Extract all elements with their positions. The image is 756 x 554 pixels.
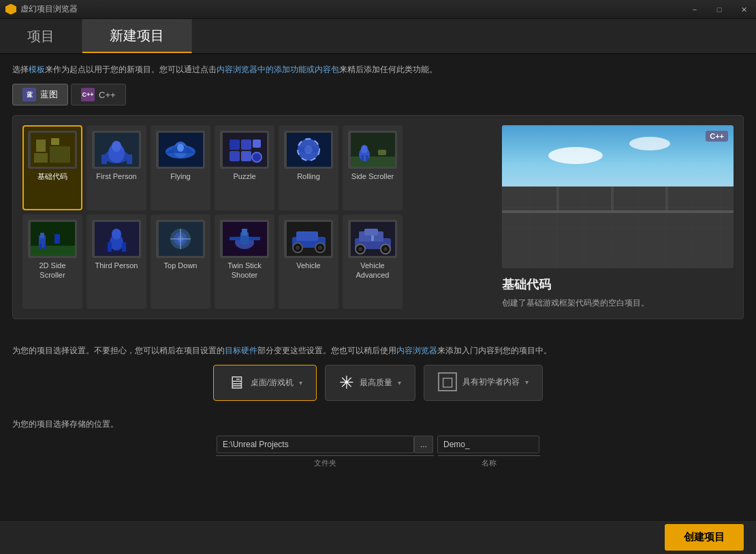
svg-point-22 (252, 152, 262, 162)
template-fp-thumb (92, 131, 141, 169)
svg-rect-80 (611, 186, 614, 210)
svg-point-27 (298, 146, 319, 153)
svg-rect-39 (40, 244, 42, 249)
main-content: 选择模板来作为起点以用于您的新项目。您可以通过点击内容浏览器中的添加功能或内容包… (0, 54, 756, 338)
minimize-button[interactable]: − (682, 0, 707, 19)
svg-rect-78 (502, 210, 734, 213)
template-twin-stick[interactable]: Twin Stick Shooter (215, 214, 274, 309)
path-section: 为您的项目选择存储的位置。 ... 文件夹 名称 (0, 419, 756, 475)
svg-rect-4 (51, 138, 59, 145)
svg-rect-57 (242, 229, 247, 235)
svg-point-66 (318, 246, 322, 250)
tab-new-project[interactable]: 新建项目 (82, 19, 192, 53)
template-va-label: Vehicle Advanced (347, 261, 398, 280)
svg-rect-81 (665, 186, 668, 210)
svg-rect-75 (371, 235, 374, 241)
svg-rect-59 (249, 237, 260, 240)
desktop-icon: 🖥 (227, 372, 245, 393)
template-vehicle-thumb (284, 220, 333, 258)
tab-project[interactable]: 项目 (0, 19, 82, 53)
svg-rect-40 (44, 244, 46, 249)
template-vehicle[interactable]: Vehicle (279, 214, 338, 309)
svg-rect-41 (54, 234, 60, 244)
preview-desc: 创建了基础游戏框架代码类的空白项目。 (502, 297, 734, 309)
starter-icon: ◻ (438, 372, 457, 391)
template-tp-thumb (92, 220, 141, 258)
settings-section: 为您的项目选择设置。不要担心，您可以稍后在项目设置的目标硬件部分变更这些设置。您… (0, 338, 756, 419)
template-rolling-label: Rolling (297, 172, 320, 181)
svg-rect-19 (230, 151, 240, 161)
svg-rect-36 (31, 246, 75, 256)
create-project-button[interactable]: 创建项目 (665, 524, 744, 551)
template-first-person[interactable]: First Person (86, 125, 146, 210)
tab-bar: 项目 新建项目 (0, 19, 756, 54)
svg-rect-17 (230, 140, 240, 150)
svg-rect-29 (351, 157, 395, 167)
template-fp-label: First Person (96, 172, 136, 181)
preview-title: 基础代码 (502, 276, 734, 293)
template-puzzle[interactable]: Puzzle (215, 125, 274, 210)
title-bar-text: 虚幻项目浏览器 (20, 3, 78, 15)
preview-cloud2 (629, 137, 670, 150)
svg-point-15 (177, 144, 184, 152)
name-label-group: 名称 (438, 455, 540, 468)
app-icon (5, 4, 16, 15)
folder-input-wrapper: ... (217, 436, 433, 453)
svg-point-65 (296, 246, 300, 250)
setting-quality[interactable]: ✳ 最高质量 ▾ (325, 365, 415, 401)
starter-arrow: ▾ (525, 378, 529, 386)
template-blank[interactable]: 基础代码 (22, 125, 82, 210)
svg-rect-46 (108, 242, 112, 252)
template-ss-label: Side Scroller (351, 172, 394, 181)
setting-desktop[interactable]: 🖥 桌面/游戏机 ▾ (213, 365, 317, 401)
settings-desc: 为您的项目选择设置。不要担心，您可以稍后在项目设置的目标硬件部分变更这些设置。您… (12, 345, 744, 357)
svg-rect-38 (40, 233, 44, 238)
name-underline (438, 455, 540, 456)
template-va-thumb (348, 220, 397, 258)
name-input[interactable] (437, 436, 539, 453)
quality-arrow: ▾ (398, 379, 401, 387)
template-puzzle-label: Puzzle (233, 172, 255, 181)
template-ss-thumb (348, 131, 397, 169)
preview-ground (502, 197, 734, 268)
template-2d-side-scroller[interactable]: 2D Side Scroller (22, 214, 82, 309)
path-inputs-row: ... (12, 436, 744, 453)
svg-rect-2 (50, 146, 70, 163)
preview-cpp-badge: C++ (706, 131, 728, 142)
starter-label: 具有初学者内容 (462, 376, 520, 388)
cpp-icon: C++ (81, 88, 95, 101)
template-side-scroller[interactable]: Side Scroller (343, 125, 403, 210)
template-third-person[interactable]: Third Person (86, 214, 146, 309)
setting-starter[interactable]: ◻ 具有初学者内容 ▾ (424, 365, 543, 401)
preview-cloud1 (548, 147, 603, 164)
browse-button[interactable]: ... (414, 436, 433, 453)
svg-rect-77 (502, 186, 734, 268)
template-flying-thumb (156, 131, 205, 169)
svg-point-73 (358, 247, 362, 251)
footer: 创建项目 (0, 520, 756, 554)
svg-rect-70 (364, 229, 378, 235)
template-rolling[interactable]: Rolling (279, 125, 338, 210)
path-desc: 为您的项目选择存储的位置。 (12, 419, 744, 430)
settings-buttons: 🖥 桌面/游戏机 ▾ ✳ 最高质量 ▾ ◻ 具有初学者内容 ▾ (12, 365, 744, 401)
svg-rect-18 (241, 140, 251, 150)
desktop-arrow: ▾ (299, 379, 302, 387)
description-text: 选择模板来作为起点以用于您的新项目。您可以通过点击内容浏览器中的添加功能或内容包… (12, 64, 744, 76)
template-blank-label: 基础代码 (37, 172, 67, 181)
template-flying[interactable]: Flying (151, 125, 210, 210)
folder-input[interactable] (217, 436, 414, 453)
svg-rect-33 (366, 155, 368, 161)
template-tss-label: Twin Stick Shooter (219, 261, 270, 280)
svg-rect-10 (127, 154, 132, 164)
quality-icon: ✳ (339, 372, 354, 393)
tab-blueprint[interactable]: 蓝 蓝图 (12, 84, 68, 105)
tab-cpp[interactable]: C++ C++ (71, 84, 126, 105)
template-top-down[interactable]: Top Down (151, 214, 210, 309)
close-button[interactable]: ✕ (731, 0, 756, 19)
desktop-label: 桌面/游戏机 (251, 377, 294, 389)
folder-input-group: ... (217, 436, 433, 453)
template-tp-label: Third Person (95, 261, 138, 270)
template-td-label: Top Down (164, 261, 198, 270)
maximize-button[interactable]: □ (707, 0, 731, 19)
template-vehicle-advanced[interactable]: Vehicle Advanced (343, 214, 403, 309)
